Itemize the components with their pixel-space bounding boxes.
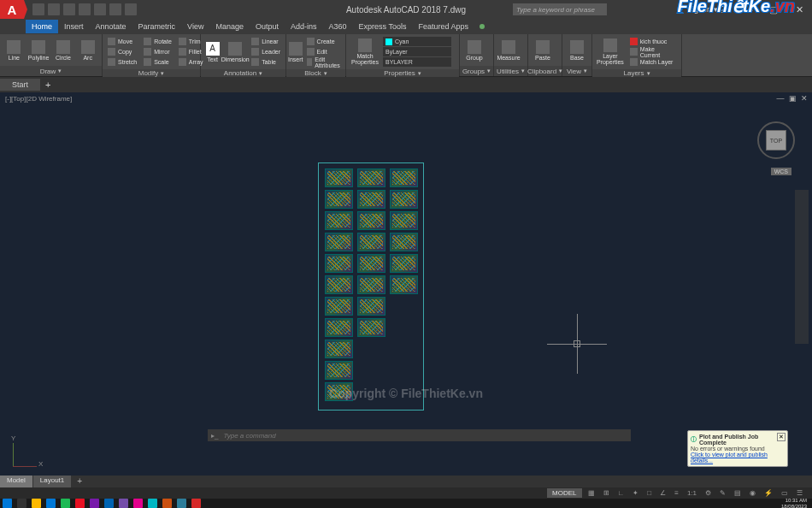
layout-tab-model[interactable]: Model <box>0 476 32 487</box>
status-annotation-icon[interactable]: ✎ <box>717 489 728 497</box>
qat-undo-icon[interactable] <box>109 3 121 15</box>
mirror-button[interactable]: Mirror <box>141 47 174 56</box>
linear-button[interactable]: Linear <box>249 37 283 46</box>
paste-button[interactable]: Paste <box>530 36 556 64</box>
tab-a360[interactable]: A360 <box>323 20 353 33</box>
tab-annotate[interactable]: Annotate <box>90 20 132 33</box>
app-icon[interactable] <box>177 499 186 508</box>
panel-draw-label[interactable]: Draw <box>0 66 102 76</box>
lineweight-dropdown[interactable]: BYLAYER <box>383 57 451 67</box>
app-icon[interactable] <box>133 499 143 508</box>
qat-open-icon[interactable] <box>48 3 60 15</box>
app-icon[interactable] <box>61 499 70 508</box>
tab-manage[interactable]: Manage <box>209 20 250 33</box>
layer-properties-button[interactable]: Layer Properties <box>594 36 627 68</box>
taskview-icon[interactable] <box>17 499 26 508</box>
leader-button[interactable]: Leader <box>249 47 283 56</box>
edge-icon[interactable] <box>46 499 56 508</box>
qat-redo-icon[interactable] <box>125 3 137 15</box>
panel-indicator-icon[interactable] <box>480 24 485 29</box>
app-icon[interactable] <box>75 499 85 508</box>
autocad-taskbar-icon[interactable] <box>191 499 201 508</box>
vp-close-button[interactable]: ✕ <box>800 94 809 103</box>
edit-block-button[interactable]: Edit <box>304 47 345 56</box>
app-logo-icon[interactable]: A <box>0 0 24 19</box>
app-icon[interactable] <box>148 499 157 508</box>
panel-annotation-label[interactable]: Annotation <box>201 69 285 77</box>
color-dropdown[interactable]: Cyan <box>383 37 451 46</box>
panel-groups-label[interactable]: Groups <box>460 66 493 76</box>
panel-properties-label[interactable]: Properties <box>346 69 459 77</box>
status-grid-icon[interactable]: ▦ <box>585 489 597 497</box>
layer-current-button[interactable]: kich thuoc <box>627 37 679 46</box>
dimension-button[interactable]: Dimension <box>222 36 248 68</box>
line-button[interactable]: Line <box>2 36 26 64</box>
panel-utilities-label[interactable]: Utilities <box>494 66 527 76</box>
panel-layers-label[interactable]: Layers <box>592 69 681 77</box>
vp-restore-button[interactable]: ▣ <box>788 94 797 103</box>
status-snap-icon[interactable]: ⊞ <box>601 489 612 497</box>
command-line[interactable]: ▸_ <box>208 429 631 441</box>
create-block-button[interactable]: Create <box>304 37 345 46</box>
status-otrack-icon[interactable]: ∠ <box>657 489 668 497</box>
qat-plot-icon[interactable] <box>94 3 106 15</box>
status-isolate-icon[interactable]: ◉ <box>747 489 758 497</box>
match-properties-button[interactable]: Match Properties <box>348 36 382 68</box>
status-ortho-icon[interactable]: ∟ <box>615 489 627 497</box>
circle-button[interactable]: Circle <box>51 36 76 64</box>
status-lineweight-icon[interactable]: ≡ <box>672 489 681 497</box>
app-icon[interactable] <box>104 499 114 508</box>
panel-modify-label[interactable]: Modify <box>103 69 200 77</box>
panel-clipboard-label[interactable]: Clipboard <box>528 66 562 76</box>
status-gear-icon[interactable]: ⚙ <box>703 489 714 497</box>
tab-insert[interactable]: Insert <box>58 20 90 33</box>
navigation-bar[interactable] <box>795 190 809 344</box>
scale-button[interactable]: Scale <box>141 57 174 67</box>
status-workspace-icon[interactable]: ▤ <box>732 489 744 497</box>
file-tab-add-button[interactable]: + <box>40 78 56 92</box>
group-button[interactable]: Group <box>462 36 487 64</box>
status-customize-icon[interactable]: ☰ <box>794 489 805 497</box>
notification-link[interactable]: Click to view plot and publish details..… <box>691 452 785 464</box>
polyline-button[interactable]: Polyline <box>26 36 51 64</box>
insert-button[interactable]: Insert <box>288 36 303 68</box>
status-polar-icon[interactable]: ✦ <box>630 489 641 497</box>
notification-close-button[interactable]: ✕ <box>777 433 786 441</box>
status-hardware-icon[interactable]: ⚡ <box>762 489 775 497</box>
match-layer-button[interactable]: Match Layer <box>627 57 679 67</box>
command-input[interactable] <box>223 432 627 440</box>
qat-saveas-icon[interactable] <box>79 3 91 15</box>
tab-addins[interactable]: Add-ins <box>285 20 323 33</box>
qat-save-icon[interactable] <box>63 3 75 15</box>
layout-tab-add-button[interactable]: + <box>72 476 87 487</box>
app-icon[interactable] <box>90 499 99 508</box>
explorer-icon[interactable] <box>32 499 41 508</box>
tab-output[interactable]: Output <box>250 20 285 33</box>
panel-view-label[interactable]: View <box>562 66 591 76</box>
status-osnap-icon[interactable]: □ <box>644 489 654 497</box>
stretch-button[interactable]: Stretch <box>105 57 139 67</box>
viewport-label[interactable]: [-][Top][2D Wireframe] <box>5 95 72 103</box>
copy-button[interactable]: Copy <box>105 47 139 56</box>
app-icon[interactable] <box>162 499 172 508</box>
start-button-icon[interactable] <box>3 499 12 508</box>
help-search-input[interactable]: Type a keyword or phrase <box>513 3 607 15</box>
text-button[interactable]: AText <box>203 36 222 68</box>
file-tab-start[interactable]: Start <box>0 79 40 91</box>
status-clean-icon[interactable]: ▭ <box>779 489 791 497</box>
drawing-canvas[interactable]: Y X TOP WCS ✕ ⓘPlot and Publish Job Comp… <box>0 104 812 476</box>
tab-parametric[interactable]: Parametric <box>132 20 182 33</box>
arc-button[interactable]: Arc <box>75 36 100 64</box>
tab-view[interactable]: View <box>181 20 209 33</box>
tab-featured-apps[interactable]: Featured Apps <box>412 20 474 33</box>
edit-attributes-button[interactable]: Edit Attributes <box>304 57 345 67</box>
qat-new-icon[interactable] <box>32 3 44 15</box>
viewcube[interactable]: TOP <box>757 121 795 159</box>
app-icon[interactable] <box>119 499 128 508</box>
status-scale-dropdown[interactable]: 1:1 <box>685 489 699 497</box>
layout-tab-layout1[interactable]: Layout1 <box>33 476 71 487</box>
base-button[interactable]: Base <box>564 36 590 64</box>
tab-home[interactable]: Home <box>26 20 58 33</box>
panel-block-label[interactable]: Block <box>286 69 345 77</box>
rotate-button[interactable]: Rotate <box>141 37 174 46</box>
